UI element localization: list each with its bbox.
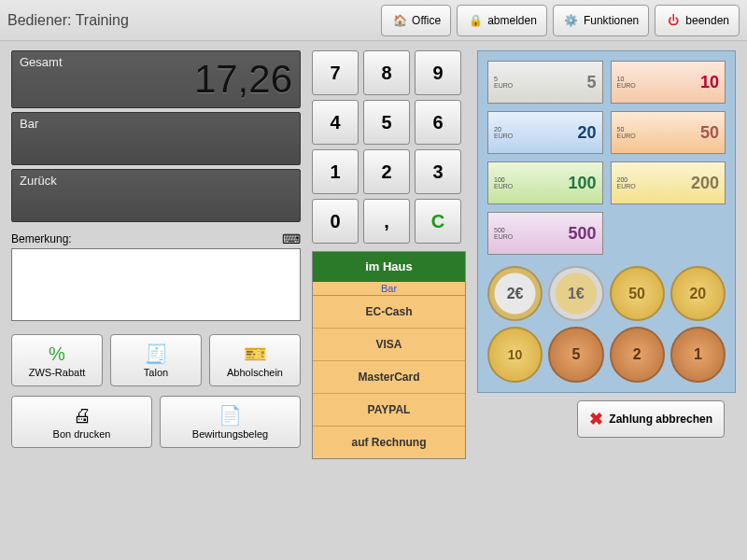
- key-0[interactable]: 0: [312, 199, 359, 244]
- gear-icon: ⚙️: [563, 12, 580, 29]
- payment-header[interactable]: im Haus: [313, 252, 465, 282]
- payment-methods: im Haus Bar EC-CashVISAMasterCardPAYPALa…: [312, 251, 466, 459]
- remark-label: Bemerkung:: [11, 232, 72, 245]
- printer-icon: 🖨: [73, 405, 92, 427]
- right-column: 5EURO510EURO1020EURO2050EURO50100EURO100…: [477, 50, 736, 459]
- operator-prefix: Bediener:: [7, 12, 72, 28]
- key-5[interactable]: 5: [363, 100, 410, 145]
- coin-c5[interactable]: 5: [548, 327, 603, 382]
- action-row-1: % ZWS-Rabatt 🧾 Talon 🎫 Abholschein: [11, 334, 301, 386]
- key-9[interactable]: 9: [415, 50, 461, 95]
- key-2[interactable]: 2: [363, 149, 410, 194]
- key-,[interactable]: ,: [363, 199, 410, 244]
- key-8[interactable]: 8: [363, 50, 410, 95]
- key-6[interactable]: 6: [415, 100, 461, 145]
- functions-label: Funktionen: [584, 14, 639, 27]
- payment-auf-rechnung[interactable]: auf Rechnung: [313, 427, 465, 458]
- left-column: Gesamt 17,26 Bar Zurück Bemerkung: ⌨ % Z…: [11, 50, 301, 459]
- banknote-5[interactable]: 5EURO5: [487, 61, 603, 104]
- payment-sub-bar[interactable]: Bar: [313, 282, 465, 296]
- power-icon: ⏻: [665, 12, 682, 29]
- payment-mastercard[interactable]: MasterCard: [313, 361, 465, 394]
- money-panel: 5EURO510EURO1020EURO2050EURO50100EURO100…: [477, 50, 736, 393]
- operator-name: Training: [76, 12, 129, 28]
- talon-label: Talon: [144, 367, 168, 378]
- functions-button[interactable]: ⚙️ Funktionen: [553, 5, 649, 36]
- totals-panel: Gesamt 17,26 Bar Zurück: [11, 50, 301, 222]
- key-3[interactable]: 3: [415, 149, 461, 194]
- office-button[interactable]: 🏠 Office: [381, 5, 451, 36]
- cancel-icon: ✖: [589, 409, 603, 429]
- total-zurueck: Zurück: [11, 169, 301, 222]
- banknote-100[interactable]: 100EURO100: [487, 161, 603, 204]
- action-row-2: 🖨 Bon drucken 📄 Bewirtungsbeleg: [11, 396, 301, 448]
- cancel-label: Zahlung abbrechen: [609, 413, 712, 426]
- logout-button[interactable]: 🔒 abmelden: [457, 5, 547, 36]
- bar-label: Bar: [20, 117, 38, 131]
- home-icon: 🏠: [391, 12, 408, 29]
- middle-column: 7894561230,C im Haus Bar EC-CashVISAMast…: [312, 50, 466, 459]
- cancel-payment-button[interactable]: ✖ Zahlung abbrechen: [577, 400, 725, 438]
- coin-c2[interactable]: 2: [610, 327, 665, 382]
- bewirtung-label: Bewirtungsbeleg: [192, 428, 268, 440]
- coin-c10[interactable]: 10: [487, 327, 543, 382]
- talon-button[interactable]: 🧾 Talon: [110, 334, 202, 386]
- zws-rabatt-button[interactable]: % ZWS-Rabatt: [11, 334, 103, 386]
- banknote-50[interactable]: 50EURO50: [611, 111, 726, 154]
- abholschein-button[interactable]: 🎫 Abholschein: [209, 334, 301, 386]
- banknote-200[interactable]: 200EURO200: [611, 161, 726, 204]
- gesamt-value: 17,26: [194, 57, 292, 102]
- logout-label: abmelden: [487, 14, 537, 27]
- key-7[interactable]: 7: [312, 50, 359, 95]
- bon-drucken-button[interactable]: 🖨 Bon drucken: [11, 396, 152, 448]
- payment-paypal[interactable]: PAYPAL: [313, 394, 465, 427]
- header-bar: Bediener: Training 🏠 Office 🔒 abmelden ⚙…: [0, 0, 747, 41]
- banknote-10[interactable]: 10EURO10: [611, 61, 726, 104]
- coin-c1[interactable]: 1: [670, 327, 726, 382]
- coin-c50[interactable]: 50: [610, 266, 665, 321]
- zws-label: ZWS-Rabatt: [29, 367, 86, 378]
- operator-label: Bediener: Training: [7, 12, 375, 29]
- key-4[interactable]: 4: [312, 100, 359, 145]
- bon-label: Bon drucken: [53, 428, 111, 440]
- keyboard-icon[interactable]: ⌨: [282, 231, 301, 246]
- payment-visa[interactable]: VISA: [313, 329, 465, 361]
- gesamt-label: Gesamt: [20, 55, 63, 69]
- abholschein-label: Abholschein: [227, 367, 283, 378]
- office-label: Office: [412, 14, 441, 27]
- coin-e2[interactable]: 2€: [487, 266, 543, 321]
- key-C[interactable]: C: [415, 199, 461, 244]
- exit-label: beenden: [685, 14, 729, 27]
- coin-e1[interactable]: 1€: [548, 266, 603, 321]
- remark-label-row: Bemerkung: ⌨: [11, 231, 301, 246]
- document-icon: 📄: [218, 404, 242, 427]
- banknote-500[interactable]: 500EURO500: [487, 212, 603, 255]
- zurueck-label: Zurück: [20, 174, 57, 188]
- coins-grid: 2€1€502010521: [487, 266, 726, 383]
- remark-input[interactable]: [11, 248, 301, 321]
- key-1[interactable]: 1: [312, 149, 359, 194]
- percent-icon: %: [49, 343, 65, 365]
- total-bar: Bar: [11, 112, 301, 165]
- receipt-icon: 🧾: [145, 343, 168, 365]
- payment-ec-cash[interactable]: EC-Cash: [313, 296, 465, 329]
- ticket-icon: 🎫: [244, 343, 267, 365]
- numeric-keypad: 7894561230,C: [312, 50, 466, 244]
- banknotes-grid: 5EURO510EURO1020EURO2050EURO50100EURO100…: [487, 61, 726, 255]
- coin-c20[interactable]: 20: [670, 266, 726, 321]
- bewirtungsbeleg-button[interactable]: 📄 Bewirtungsbeleg: [160, 396, 301, 448]
- banknote-20[interactable]: 20EURO20: [487, 111, 603, 154]
- lock-icon: 🔒: [467, 12, 484, 29]
- total-gesamt: Gesamt 17,26: [11, 50, 301, 108]
- exit-button[interactable]: ⏻ beenden: [655, 5, 740, 36]
